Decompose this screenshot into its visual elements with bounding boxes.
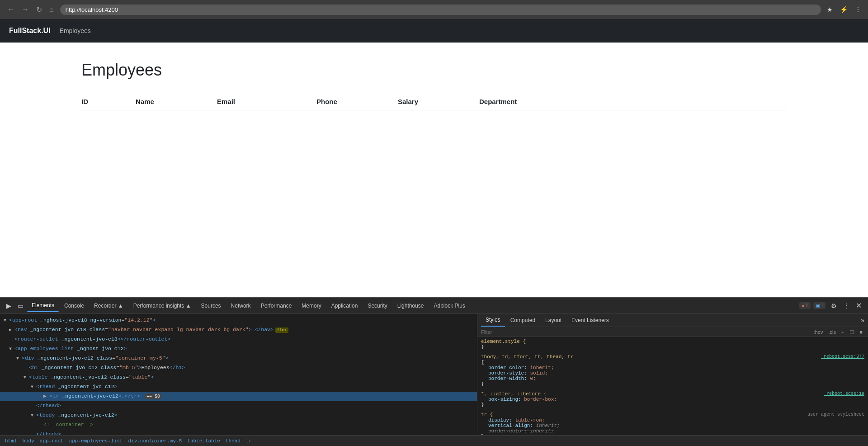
error-badge: ● 1	[799, 302, 810, 309]
app-navbar: FullStack.UI Employees	[0, 19, 868, 43]
extensions-button[interactable]: ⚡	[838, 4, 850, 15]
css-rule-element-style: element.style { }	[481, 339, 864, 350]
html-line[interactable]: ▼<div _ngcontent-jvo-c12 class="containe…	[0, 354, 477, 363]
col-name: Name	[136, 93, 217, 110]
css-rule-user-agent: tr { user agent stylesheet display: tabl…	[481, 412, 864, 435]
styles-panel: Styles Computed Layout Event Listeners »…	[477, 314, 868, 435]
home-button[interactable]: ⌂	[47, 4, 57, 15]
css-property: box-sizing:	[481, 397, 521, 402]
html-line[interactable]: ▶<nav _ngcontent-jvo-c18 class="navbar n…	[0, 325, 477, 335]
main-content: Employees ID Name Email Phone Salary Dep…	[0, 43, 868, 297]
breadcrumb-body[interactable]: body	[21, 438, 35, 444]
devtools-close-button[interactable]: ✕	[853, 299, 864, 312]
tab-elements[interactable]: Elements	[27, 299, 59, 312]
css-property: border-color:	[481, 365, 527, 370]
warning-badge: ▣ 1	[813, 302, 826, 309]
breadcrumb-html[interactable]: html	[4, 438, 18, 444]
address-bar[interactable]	[60, 5, 821, 15]
css-property: border-color:	[481, 428, 527, 434]
tab-lighthouse[interactable]: Lighthouse	[393, 300, 429, 312]
tab-performance[interactable]: Performance	[256, 300, 297, 312]
inspect-element-button[interactable]: ▶	[4, 300, 14, 311]
html-line[interactable]: </thead>	[0, 401, 477, 411]
nav-buttons: ← → ↻ ⌂	[5, 4, 57, 16]
styles-filter-input[interactable]	[481, 329, 810, 335]
html-line[interactable]: ▼<tbody _ngcontent-jvo-c12>	[0, 411, 477, 420]
browser-actions: ★ ⚡ ⋮	[825, 4, 863, 15]
col-salary: Salary	[398, 93, 479, 110]
toggle-layout-button[interactable]: ▢	[848, 328, 856, 336]
col-department: Department	[479, 93, 787, 110]
breadcrumb-div-container[interactable]: div.container.my-5	[127, 438, 183, 444]
tab-adblock[interactable]: Adblock Plus	[429, 300, 469, 312]
breadcrumb-app-employees-list[interactable]: app-employees-list	[68, 438, 124, 444]
html-line[interactable]: ▼<app-root _nghost-jvo-c18 ng-version="1…	[0, 316, 477, 325]
devtools-toolbar: ▶ ▭ Elements Console Recorder ▲ Performa…	[0, 298, 868, 314]
page-title: Employees	[81, 61, 787, 80]
styles-tabs: Styles Computed Layout Event Listeners »	[477, 314, 868, 327]
tab-sources[interactable]: Sources	[197, 300, 226, 312]
css-selector: element.style {	[481, 339, 526, 344]
css-selector: *, ::after, ::before {	[481, 391, 547, 397]
css-source-link[interactable]: _reboot.scss:19	[824, 391, 864, 396]
forward-button[interactable]: →	[19, 4, 32, 15]
toggle-color-button[interactable]: ■	[858, 328, 864, 336]
html-line[interactable]: <router-outlet _ngcontent-jvo-c18></rout…	[0, 335, 477, 344]
employees-table: ID Name Email Phone Salary Department	[81, 93, 787, 110]
more-tools-button[interactable]: ⋮	[840, 300, 852, 311]
css-property: vertical-align:	[481, 423, 533, 428]
back-button[interactable]: ←	[5, 4, 17, 15]
employees-nav-link[interactable]: Employees	[60, 27, 91, 34]
breadcrumb-tr[interactable]: tr	[245, 438, 253, 444]
html-line[interactable]: ▼<app-employees-list _nghost-jvo-c12>	[0, 344, 477, 354]
css-source-ua: user agent stylesheet	[807, 412, 864, 417]
app-brand: FullStack.UI	[9, 27, 51, 35]
tab-event-listeners[interactable]: Event Listeners	[567, 314, 613, 326]
add-style-button[interactable]: +	[840, 328, 846, 336]
tab-application[interactable]: Application	[327, 300, 363, 312]
reload-button[interactable]: ↻	[33, 4, 45, 16]
tab-console[interactable]: Console	[60, 300, 89, 312]
table-header-row: ID Name Email Phone Salary Department	[81, 93, 787, 110]
breadcrumb-table[interactable]: table.table	[186, 438, 222, 444]
css-property: display:	[481, 418, 512, 423]
tab-network[interactable]: Network	[226, 300, 255, 312]
device-toggle-button[interactable]: ▭	[15, 300, 26, 311]
styles-content: element.style { } tbody, td, tfoot, th, …	[477, 337, 868, 435]
tab-styles[interactable]: Styles	[481, 314, 505, 327]
html-line-selected[interactable]: ▶ <tr _ngcontent-jvo-c12>…</tr> == $0	[0, 392, 477, 401]
col-id: ID	[81, 93, 136, 110]
html-line[interactable]: ▼<thead _ngcontent-jvo-c12>	[0, 382, 477, 392]
breadcrumb-app-root[interactable]: app-root	[38, 438, 65, 444]
browser-chrome: ← → ↻ ⌂ ★ ⚡ ⋮	[0, 0, 868, 19]
breadcrumb-thead[interactable]: thead	[224, 438, 242, 444]
tab-security[interactable]: Security	[363, 300, 392, 312]
css-selector: tr {	[481, 412, 493, 418]
tab-performance-insights[interactable]: Performance insights ▲	[129, 300, 196, 312]
css-property: border-width:	[481, 376, 527, 381]
col-phone: Phone	[316, 93, 398, 110]
devtools-breadcrumb: html body app-root app-employees-list di…	[0, 435, 868, 446]
class-filter-button[interactable]: .cls	[826, 328, 838, 336]
css-source-link[interactable]: _reboot.scss:377	[821, 354, 864, 359]
styles-filter-bar: :hov .cls + ▢ ■	[477, 327, 868, 337]
html-line[interactable]: ▼<table _ngcontent-jvo-c12 class="table"…	[0, 373, 477, 382]
bookmark-button[interactable]: ★	[825, 4, 835, 15]
html-line[interactable]: <h1 _ngcontent-jvo-c12 class="mb-5">Empl…	[0, 363, 477, 373]
tab-computed[interactable]: Computed	[506, 314, 540, 326]
tab-memory[interactable]: Memory	[297, 300, 326, 312]
html-line[interactable]: <!--container-->	[0, 420, 477, 430]
settings-button[interactable]: ⚙	[828, 300, 840, 311]
tab-layout[interactable]: Layout	[541, 314, 566, 326]
pseudo-filter-button[interactable]: :hov	[812, 328, 825, 336]
html-line[interactable]: </tbody>	[0, 430, 477, 435]
menu-button[interactable]: ⋮	[853, 4, 863, 15]
devtools-body: ▼<app-root _nghost-jvo-c18 ng-version="1…	[0, 314, 868, 435]
table-header: ID Name Email Phone Salary Department	[81, 93, 787, 110]
css-selector: tbody, td, tfoot, th, thead, tr	[481, 354, 574, 360]
elements-panel: ▼<app-root _nghost-jvo-c18 ng-version="1…	[0, 314, 477, 435]
col-email: Email	[217, 93, 316, 110]
css-rule-reboot-19: *, ::after, ::before { _reboot.scss:19 b…	[481, 391, 864, 408]
styles-more-button[interactable]: »	[861, 317, 864, 324]
tab-recorder[interactable]: Recorder ▲	[90, 300, 128, 312]
